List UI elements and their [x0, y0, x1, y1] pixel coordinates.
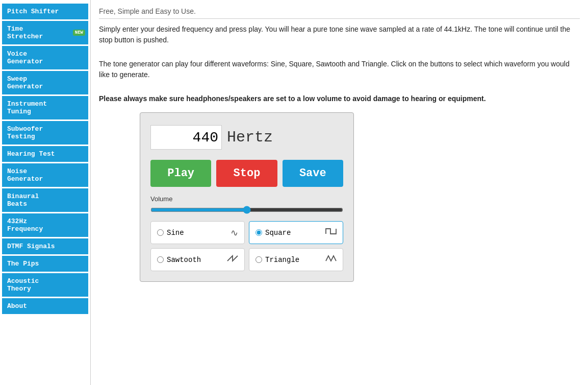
waveform-triangle-radio[interactable]	[255, 256, 262, 263]
play-button[interactable]: Play	[150, 160, 211, 187]
warning-text: Please always make sure headphones/speak…	[99, 93, 580, 104]
tone-generator-panel: Hertz Play Stop Save Volume Sine ∿ Squar…	[140, 112, 354, 282]
sidebar: Pitch Shifter Time StretcherNEW Voice Ge…	[0, 0, 91, 385]
waveform-sawtooth[interactable]: Sawtooth	[150, 248, 245, 271]
description-2: The tone generator can play four differe…	[99, 59, 580, 80]
waveform-sine-radio[interactable]	[157, 229, 164, 236]
frequency-input[interactable]	[150, 125, 222, 150]
sawtooth-wave-icon	[227, 254, 238, 266]
sidebar-item-binaural-beats[interactable]: Binaural Beats	[2, 188, 88, 212]
sidebar-item-dtmf-signals[interactable]: DTMF Signals	[2, 238, 88, 254]
sidebar-item-sweep-generator[interactable]: Sweep Generator	[2, 71, 88, 94]
new-badge: NEW	[73, 30, 85, 36]
triangle-wave-icon	[325, 254, 337, 266]
sidebar-item-432hz-frequency[interactable]: 432Hz Frequency	[2, 213, 88, 237]
sidebar-item-instrument-tuning[interactable]: Instrument Tuning	[2, 96, 88, 119]
square-wave-icon	[325, 227, 337, 238]
volume-label: Volume	[150, 195, 343, 203]
sidebar-item-acoustic-theory[interactable]: Acoustic Theory	[2, 273, 88, 297]
save-button[interactable]: Save	[283, 160, 343, 187]
waveform-square-radio[interactable]	[255, 229, 262, 236]
waveform-square-label: Square	[265, 229, 291, 237]
stop-button[interactable]: Stop	[216, 160, 277, 187]
tagline-text: Free, Simple and Easy to Use.	[99, 7, 196, 15]
sidebar-item-the-pips[interactable]: The Pips	[2, 256, 88, 272]
sidebar-item-about[interactable]: About	[2, 298, 88, 314]
waveform-triangle[interactable]: Triangle	[249, 248, 343, 271]
sine-wave-icon: ∿	[231, 227, 238, 238]
waveform-sine[interactable]: Sine ∿	[150, 221, 245, 244]
waveform-grid: Sine ∿ Square Sawtooth	[150, 221, 343, 271]
description-1: Simply enter your desired frequency and …	[99, 24, 580, 45]
sidebar-item-voice-generator[interactable]: Voice Generator	[2, 46, 88, 69]
control-buttons: Play Stop Save	[150, 160, 343, 187]
waveform-sine-label: Sine	[167, 229, 184, 237]
main-content: Free, Simple and Easy to Use. Simply ent…	[91, 0, 588, 385]
waveform-triangle-label: Triangle	[265, 256, 299, 264]
sidebar-item-hearing-test[interactable]: Hearing Test	[2, 146, 88, 162]
page-tagline: Free, Simple and Easy to Use.	[99, 5, 580, 19]
sidebar-item-time-stretcher[interactable]: Time StretcherNEW	[2, 21, 88, 44]
sidebar-item-subwoofer-testing[interactable]: Subwoofer Testing	[2, 121, 88, 145]
frequency-unit-label: Hertz	[227, 129, 273, 146]
frequency-display: Hertz	[150, 125, 343, 150]
sidebar-item-noise-generator[interactable]: Noise Generator	[2, 163, 88, 187]
sidebar-item-pitch-shifter[interactable]: Pitch Shifter	[2, 4, 88, 19]
waveform-sawtooth-label: Sawtooth	[167, 256, 201, 264]
waveform-sawtooth-radio[interactable]	[157, 256, 164, 263]
waveform-square[interactable]: Square	[249, 221, 343, 244]
volume-slider[interactable]	[150, 206, 343, 214]
